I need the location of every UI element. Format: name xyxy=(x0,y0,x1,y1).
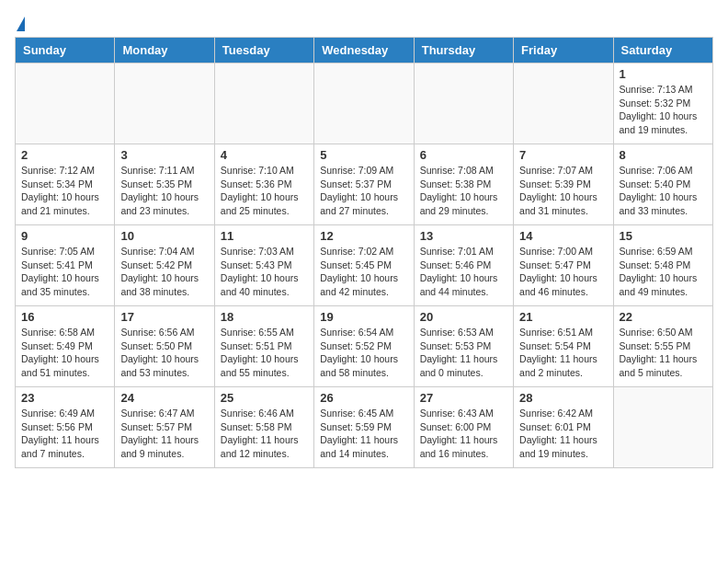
day-number: 10 xyxy=(120,229,208,243)
day-info: Sunrise: 7:06 AM Sunset: 5:40 PM Dayligh… xyxy=(620,164,707,218)
calendar-body: 1Sunrise: 7:13 AM Sunset: 5:32 PM Daylig… xyxy=(16,63,713,468)
day-number: 16 xyxy=(21,310,108,324)
calendar-cell: 18Sunrise: 6:55 AM Sunset: 5:51 PM Dayli… xyxy=(214,306,313,387)
calendar-week-4: 16Sunrise: 6:58 AM Sunset: 5:49 PM Dayli… xyxy=(16,306,713,387)
day-info: Sunrise: 7:03 AM Sunset: 5:43 PM Dayligh… xyxy=(221,245,308,299)
day-info: Sunrise: 6:46 AM Sunset: 5:58 PM Dayligh… xyxy=(221,407,308,461)
day-number: 25 xyxy=(221,391,308,405)
calendar-week-2: 2Sunrise: 7:12 AM Sunset: 5:34 PM Daylig… xyxy=(16,144,713,225)
day-header-thursday: Thursday xyxy=(414,38,513,63)
day-number: 18 xyxy=(221,310,308,324)
day-number: 2 xyxy=(21,148,108,162)
calendar-cell xyxy=(115,63,214,144)
day-number: 11 xyxy=(221,229,308,243)
calendar-cell: 5Sunrise: 7:09 AM Sunset: 5:37 PM Daylig… xyxy=(314,144,414,225)
day-info: Sunrise: 6:55 AM Sunset: 5:51 PM Dayligh… xyxy=(221,326,308,380)
day-number: 21 xyxy=(519,310,607,324)
day-number: 1 xyxy=(620,67,707,81)
calendar-cell: 9Sunrise: 7:05 AM Sunset: 5:41 PM Daylig… xyxy=(16,225,115,306)
day-header-friday: Friday xyxy=(514,38,613,63)
calendar-week-3: 9Sunrise: 7:05 AM Sunset: 5:41 PM Daylig… xyxy=(16,225,713,306)
day-number: 12 xyxy=(320,229,407,243)
day-number: 15 xyxy=(620,229,707,243)
day-header-saturday: Saturday xyxy=(613,38,712,63)
day-info: Sunrise: 6:51 AM Sunset: 5:54 PM Dayligh… xyxy=(519,326,607,380)
day-number: 22 xyxy=(620,310,707,324)
calendar-cell: 12Sunrise: 7:02 AM Sunset: 5:45 PM Dayli… xyxy=(314,225,414,306)
day-info: Sunrise: 7:08 AM Sunset: 5:38 PM Dayligh… xyxy=(420,164,507,218)
day-number: 19 xyxy=(320,310,407,324)
calendar-cell: 19Sunrise: 6:54 AM Sunset: 5:52 PM Dayli… xyxy=(314,306,414,387)
day-number: 14 xyxy=(519,229,607,243)
calendar-table: SundayMondayTuesdayWednesdayThursdayFrid… xyxy=(15,37,713,468)
day-info: Sunrise: 7:13 AM Sunset: 5:32 PM Dayligh… xyxy=(620,83,707,137)
day-info: Sunrise: 6:54 AM Sunset: 5:52 PM Dayligh… xyxy=(320,326,407,380)
day-number: 8 xyxy=(620,148,707,162)
calendar-cell: 20Sunrise: 6:53 AM Sunset: 5:53 PM Dayli… xyxy=(414,306,513,387)
calendar-cell: 15Sunrise: 6:59 AM Sunset: 5:48 PM Dayli… xyxy=(613,225,712,306)
calendar-cell: 4Sunrise: 7:10 AM Sunset: 5:36 PM Daylig… xyxy=(214,144,313,225)
day-info: Sunrise: 7:04 AM Sunset: 5:42 PM Dayligh… xyxy=(120,245,208,299)
day-info: Sunrise: 6:45 AM Sunset: 5:59 PM Dayligh… xyxy=(320,407,407,461)
day-number: 17 xyxy=(120,310,208,324)
calendar-week-1: 1Sunrise: 7:13 AM Sunset: 5:32 PM Daylig… xyxy=(16,63,713,144)
calendar-cell xyxy=(514,63,613,144)
day-info: Sunrise: 6:42 AM Sunset: 6:01 PM Dayligh… xyxy=(519,407,607,461)
day-number: 3 xyxy=(120,148,208,162)
calendar-week-5: 23Sunrise: 6:49 AM Sunset: 5:56 PM Dayli… xyxy=(16,387,713,468)
day-info: Sunrise: 6:56 AM Sunset: 5:50 PM Dayligh… xyxy=(120,326,208,380)
day-info: Sunrise: 7:00 AM Sunset: 5:47 PM Dayligh… xyxy=(519,245,607,299)
day-number: 24 xyxy=(120,391,208,405)
day-number: 28 xyxy=(519,391,607,405)
calendar-cell xyxy=(16,63,115,144)
calendar-cell: 24Sunrise: 6:47 AM Sunset: 5:57 PM Dayli… xyxy=(115,387,214,468)
day-number: 5 xyxy=(320,148,407,162)
calendar-cell: 7Sunrise: 7:07 AM Sunset: 5:39 PM Daylig… xyxy=(514,144,613,225)
day-info: Sunrise: 7:10 AM Sunset: 5:36 PM Dayligh… xyxy=(221,164,308,218)
day-info: Sunrise: 7:05 AM Sunset: 5:41 PM Dayligh… xyxy=(21,245,108,299)
page-header xyxy=(15,15,713,29)
day-number: 20 xyxy=(420,310,507,324)
logo xyxy=(15,15,25,29)
calendar-cell: 8Sunrise: 7:06 AM Sunset: 5:40 PM Daylig… xyxy=(613,144,712,225)
calendar-cell xyxy=(314,63,414,144)
calendar-cell: 2Sunrise: 7:12 AM Sunset: 5:34 PM Daylig… xyxy=(16,144,115,225)
logo-triangle-icon xyxy=(17,17,25,31)
calendar-cell: 22Sunrise: 6:50 AM Sunset: 5:55 PM Dayli… xyxy=(613,306,712,387)
day-info: Sunrise: 7:07 AM Sunset: 5:39 PM Dayligh… xyxy=(519,164,607,218)
calendar-cell: 25Sunrise: 6:46 AM Sunset: 5:58 PM Dayli… xyxy=(214,387,313,468)
calendar-cell: 10Sunrise: 7:04 AM Sunset: 5:42 PM Dayli… xyxy=(115,225,214,306)
day-number: 9 xyxy=(21,229,108,243)
day-info: Sunrise: 6:59 AM Sunset: 5:48 PM Dayligh… xyxy=(620,245,707,299)
day-number: 23 xyxy=(21,391,108,405)
day-info: Sunrise: 6:58 AM Sunset: 5:49 PM Dayligh… xyxy=(21,326,108,380)
day-number: 6 xyxy=(420,148,507,162)
day-header-monday: Monday xyxy=(115,38,214,63)
day-number: 26 xyxy=(320,391,407,405)
day-header-wednesday: Wednesday xyxy=(314,38,414,63)
calendar-header-row: SundayMondayTuesdayWednesdayThursdayFrid… xyxy=(16,38,713,63)
day-info: Sunrise: 6:53 AM Sunset: 5:53 PM Dayligh… xyxy=(420,326,507,380)
day-number: 13 xyxy=(420,229,507,243)
calendar-cell xyxy=(214,63,313,144)
day-info: Sunrise: 7:02 AM Sunset: 5:45 PM Dayligh… xyxy=(320,245,407,299)
calendar-cell: 14Sunrise: 7:00 AM Sunset: 5:47 PM Dayli… xyxy=(514,225,613,306)
calendar-cell: 3Sunrise: 7:11 AM Sunset: 5:35 PM Daylig… xyxy=(115,144,214,225)
calendar-cell: 27Sunrise: 6:43 AM Sunset: 6:00 PM Dayli… xyxy=(414,387,513,468)
calendar-cell: 6Sunrise: 7:08 AM Sunset: 5:38 PM Daylig… xyxy=(414,144,513,225)
day-number: 27 xyxy=(420,391,507,405)
day-info: Sunrise: 7:09 AM Sunset: 5:37 PM Dayligh… xyxy=(320,164,407,218)
calendar-cell: 17Sunrise: 6:56 AM Sunset: 5:50 PM Dayli… xyxy=(115,306,214,387)
day-info: Sunrise: 6:43 AM Sunset: 6:00 PM Dayligh… xyxy=(420,407,507,461)
calendar-cell: 1Sunrise: 7:13 AM Sunset: 5:32 PM Daylig… xyxy=(613,63,712,144)
day-info: Sunrise: 6:49 AM Sunset: 5:56 PM Dayligh… xyxy=(21,407,108,461)
calendar-cell: 16Sunrise: 6:58 AM Sunset: 5:49 PM Dayli… xyxy=(16,306,115,387)
day-info: Sunrise: 7:11 AM Sunset: 5:35 PM Dayligh… xyxy=(120,164,208,218)
day-number: 4 xyxy=(221,148,308,162)
day-info: Sunrise: 6:47 AM Sunset: 5:57 PM Dayligh… xyxy=(120,407,208,461)
day-header-tuesday: Tuesday xyxy=(214,38,313,63)
day-info: Sunrise: 7:01 AM Sunset: 5:46 PM Dayligh… xyxy=(420,245,507,299)
calendar-cell: 21Sunrise: 6:51 AM Sunset: 5:54 PM Dayli… xyxy=(514,306,613,387)
day-header-sunday: Sunday xyxy=(16,38,115,63)
day-info: Sunrise: 6:50 AM Sunset: 5:55 PM Dayligh… xyxy=(620,326,707,380)
